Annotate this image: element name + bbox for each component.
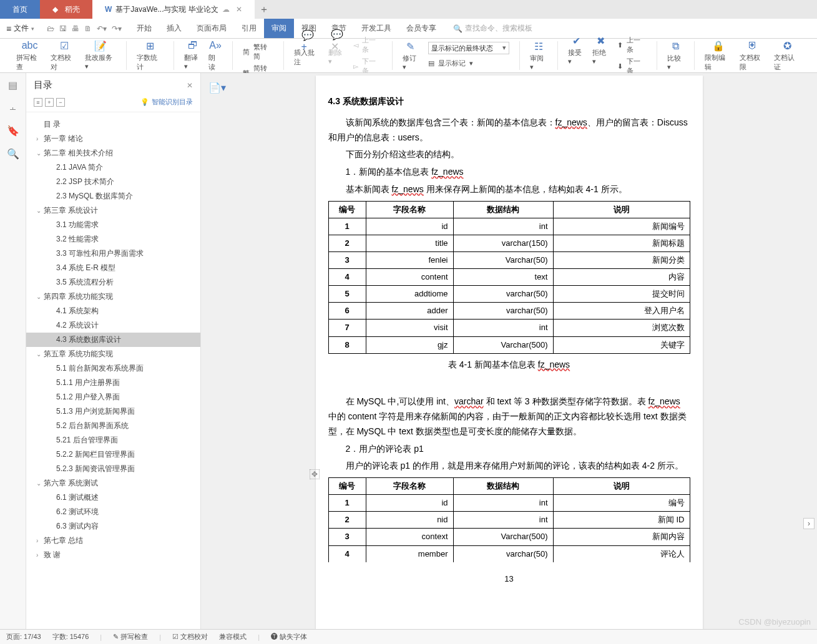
status-wordcount[interactable]: 字数: 15476 bbox=[52, 632, 89, 642]
toc-item[interactable]: ⌄第三章 系统设计 bbox=[26, 203, 200, 218]
reject-button[interactable]: ✖拒绝▾ bbox=[589, 34, 613, 77]
doccheck-label: 文档校对 bbox=[51, 53, 77, 72]
toc-item[interactable]: ⌄第二章 相关技术介绍 bbox=[26, 146, 200, 160]
paragraph: 用户的评论表 p1 的作用，就是用来存储用户对新闻的评论，该表的结构如表 4-2… bbox=[328, 459, 690, 474]
close-tab-icon[interactable]: ✕ bbox=[236, 5, 242, 14]
command-search[interactable]: 🔍 查找命令、搜索模板 bbox=[453, 23, 532, 34]
menu-开始[interactable]: 开始 bbox=[129, 19, 159, 38]
table-row: 2nidint新闻 ID bbox=[328, 512, 690, 529]
toc-item[interactable]: 4.3 系统数据库设计 bbox=[26, 333, 200, 347]
outline-icon[interactable]: ▤ bbox=[8, 79, 17, 91]
doc-cert-button[interactable]: ✪文档认证 bbox=[770, 39, 805, 72]
tab-home[interactable]: 首页 bbox=[0, 0, 40, 19]
file-menu-label: 文件 bbox=[14, 23, 29, 34]
toc-item-label: 6.2 测试环境 bbox=[56, 507, 99, 517]
toc-item[interactable]: 2.2 JSP 技术简介 bbox=[26, 175, 200, 189]
tab-active-document[interactable]: W 基于JavaWe...与实现 毕业论文 ☁ ✕ bbox=[92, 0, 255, 19]
toc-item[interactable]: 2.3 MySQL 数据库简介 bbox=[26, 189, 200, 203]
toc-item[interactable]: 2.1 JAVA 简介 bbox=[26, 160, 200, 175]
toc-item[interactable]: 目 录 bbox=[26, 117, 200, 132]
toc-item[interactable]: 5.2 后台新闻界面系统 bbox=[26, 419, 200, 433]
prev-change-button[interactable]: ⬆ 上一条 bbox=[617, 34, 647, 56]
toc-item[interactable]: ›致 谢 bbox=[26, 548, 200, 562]
section-icon[interactable]: ⫠ bbox=[8, 102, 18, 114]
menu-页面布局[interactable]: 页面布局 bbox=[189, 19, 234, 38]
toc-item[interactable]: 6.3 测试内容 bbox=[26, 519, 200, 534]
markup-display-select[interactable]: 显示标记的最终状态 bbox=[428, 42, 509, 54]
collapse-btn-icon[interactable]: − bbox=[56, 98, 65, 107]
toc-item[interactable]: 5.1.3 用户浏览新闻界面 bbox=[26, 404, 200, 419]
collapse-all-icon[interactable]: ≡ bbox=[34, 98, 42, 107]
toc-item[interactable]: 4.2 系统设计 bbox=[26, 318, 200, 333]
bulb-icon: 💡 bbox=[140, 98, 149, 106]
page-tool-icon[interactable]: 📄▾ bbox=[208, 82, 226, 94]
toc-item[interactable]: 3.1 功能需求 bbox=[26, 218, 200, 232]
toc-item-label: 4.2 系统设计 bbox=[56, 320, 99, 331]
table-cell: 4 bbox=[328, 269, 366, 286]
toc-item[interactable]: 3.4 系统 E-R 模型 bbox=[26, 261, 200, 275]
toc-close-icon[interactable]: ✕ bbox=[187, 81, 193, 90]
restrict-edit-button[interactable]: 🔒限制编辑 bbox=[701, 39, 735, 72]
toc-item[interactable]: ›第一章 绪论 bbox=[26, 132, 200, 146]
table-cell: adder bbox=[366, 303, 453, 320]
menu-会员专享[interactable]: 会员专享 bbox=[399, 19, 444, 38]
undo-icon[interactable]: ↶▾ bbox=[97, 24, 107, 33]
spellcheck-button[interactable]: abc拼写检查 bbox=[12, 39, 47, 72]
wordcount-icon: ⊞ bbox=[144, 39, 156, 52]
read-aloud-button[interactable]: A»朗读 bbox=[205, 39, 226, 72]
toc-item[interactable]: ⌄第六章 系统测试 bbox=[26, 476, 200, 490]
insert-comment-button[interactable]: 💬+插入批注 bbox=[290, 34, 325, 77]
table-cell: 7 bbox=[328, 320, 366, 336]
wordcount-button[interactable]: ⊞字数统计 bbox=[133, 39, 167, 72]
toc-item-label: 第七章 总结 bbox=[44, 535, 83, 546]
open-icon[interactable]: 🗁 bbox=[47, 24, 54, 33]
print-icon[interactable]: 🖶 bbox=[72, 24, 79, 33]
toc-item[interactable]: 4.1 系统架构 bbox=[26, 304, 200, 318]
toc-item[interactable]: 5.2.2 新闻栏目管理界面 bbox=[26, 447, 200, 462]
new-tab-button[interactable]: ＋ bbox=[255, 0, 273, 19]
translate-button[interactable]: 🗗翻译▾ bbox=[180, 39, 205, 72]
show-markup-button[interactable]: ▤ 显示标记▾ bbox=[428, 57, 509, 69]
toc-item[interactable]: 5.1.2 用户登入界面 bbox=[26, 390, 200, 404]
status-compat[interactable]: 兼容模式 bbox=[219, 632, 247, 642]
menu-引用[interactable]: 引用 bbox=[234, 19, 264, 38]
toc-item[interactable]: 5.2.3 新闻资讯管理界面 bbox=[26, 462, 200, 476]
review-pane-button[interactable]: ☷审阅▾ bbox=[526, 40, 550, 71]
status-page[interactable]: 页面: 17/43 bbox=[6, 632, 41, 642]
document-check-button[interactable]: ☑文档校对 bbox=[47, 39, 81, 72]
toc-item[interactable]: 6.1 测试概述 bbox=[26, 490, 200, 505]
toc-item[interactable]: 3.3 可靠性和用户界面需求 bbox=[26, 246, 200, 261]
smart-toc-button[interactable]: 💡 智能识别目录 bbox=[140, 97, 193, 107]
document-area[interactable]: 📄▾ 4.3 系统数据库设计 该新闻系统的数据库包含三个表：新闻的基本信息表：f… bbox=[201, 73, 817, 629]
expand-btn-icon[interactable]: + bbox=[45, 98, 54, 107]
toc-item[interactable]: ›第七章 总结 bbox=[26, 534, 200, 548]
find-icon[interactable]: 🔍 bbox=[7, 148, 19, 160]
toc-item[interactable]: ⌄第五章 系统功能实现 bbox=[26, 347, 200, 361]
bookmark-icon[interactable]: 🔖 bbox=[7, 125, 19, 137]
table-move-handle-icon[interactable]: ✥ bbox=[310, 469, 320, 479]
track-changes-button[interactable]: ✎修订▾ bbox=[399, 40, 422, 71]
menu-审阅[interactable]: 审阅 bbox=[264, 19, 294, 38]
revise-service-button[interactable]: 📝批改服务▾ bbox=[81, 39, 119, 72]
tab-docer[interactable]: ◆ 稻壳 bbox=[40, 0, 92, 19]
toc-item[interactable]: 5.21 后台管理界面 bbox=[26, 433, 200, 447]
compare-button[interactable]: ⧉比较▾ bbox=[663, 40, 688, 71]
status-missing-font[interactable]: 🅣 缺失字体 bbox=[271, 632, 307, 642]
redo-icon[interactable]: ↷▾ bbox=[112, 24, 122, 33]
status-spellcheck[interactable]: ✎ 拼写检查 bbox=[113, 632, 148, 642]
accept-button[interactable]: ✔接受▾ bbox=[564, 34, 589, 77]
scroll-right-icon[interactable]: › bbox=[803, 518, 815, 529]
status-proof[interactable]: ☑ 文档校对 bbox=[172, 632, 208, 642]
file-menu[interactable]: ≡ 文件 ▾ bbox=[6, 23, 39, 34]
save-icon[interactable]: 🖫 bbox=[59, 24, 67, 33]
toc-item[interactable]: 5.1.1 用户注册界面 bbox=[26, 376, 200, 390]
toc-item[interactable]: 6.2 测试环境 bbox=[26, 505, 200, 519]
doc-permission-button[interactable]: ⛨文档权限 bbox=[736, 39, 770, 72]
toc-item[interactable]: 3.5 系统流程分析 bbox=[26, 275, 200, 290]
toc-item[interactable]: ⌄第四章 系统功能实现 bbox=[26, 290, 200, 304]
simp-to-trad-button[interactable]: 简繁转简 bbox=[243, 41, 273, 62]
menu-插入[interactable]: 插入 bbox=[159, 19, 189, 38]
toc-item[interactable]: 5.1 前台新闻发布系统界面 bbox=[26, 361, 200, 376]
toc-item[interactable]: 3.2 性能需求 bbox=[26, 232, 200, 246]
print-preview-icon[interactable]: 🗎 bbox=[84, 24, 92, 33]
